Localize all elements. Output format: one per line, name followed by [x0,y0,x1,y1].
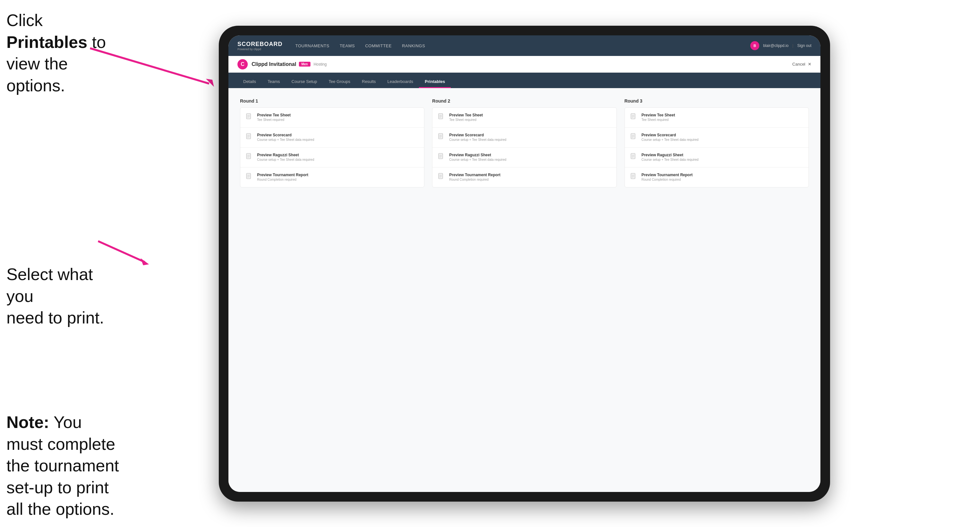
r1-item1-subtitle: Tee Sheet required [257,118,291,122]
sub-header: C Clippd Invitational Men Hosting Cancel… [228,56,821,73]
r3-item4-subtitle: Round Completion required [641,178,693,181]
doc-icon [631,173,638,182]
cancel-button[interactable]: Cancel ✕ [792,62,811,67]
r3-item1-subtitle: Tee Sheet required [641,118,675,122]
tournament-logo: C [237,59,248,70]
round-3-tee-sheet[interactable]: Preview Tee Sheet Tee Sheet required [631,113,803,122]
svg-line-0 [90,48,209,84]
divider [433,147,616,148]
round-2-scorecard[interactable]: Preview Scorecard Course setup + Tee She… [438,133,610,142]
brand-sub: Powered by clippd [237,48,283,51]
tournament-badge: Men [299,62,310,67]
round-2-tournament-report[interactable]: Preview Tournament Report Round Completi… [438,173,610,182]
round-3-column: Round 3 [625,98,809,187]
top-nav-right: B blair@clippd.io | Sign out [750,41,811,50]
instruction-bold: Printables [6,33,87,51]
round-3-raguzzi[interactable]: Preview Raguzzi Sheet Course setup + Tee… [631,153,803,162]
round-1-tournament-report[interactable]: Preview Tournament Report Round Completi… [246,173,418,182]
tab-course-setup[interactable]: Course Setup [286,76,323,88]
nav-teams[interactable]: TEAMS [340,43,355,48]
doc-icon [246,133,254,142]
round-1-column: Round 1 [240,98,424,187]
r3-item3-title: Preview Raguzzi Sheet [641,153,698,157]
doc-icon [438,153,446,162]
round-2-title: Round 2 [432,98,616,103]
r1-item4-subtitle: Round Completion required [257,178,308,181]
top-nav-links: TOURNAMENTS TEAMS COMMITTEE RANKINGS [295,43,750,48]
doc-icon [246,173,254,182]
instruction-middle: Select what youneed to print. [6,264,116,329]
doc-icon [246,113,254,122]
divider [625,127,808,128]
tab-teams[interactable]: Teams [262,76,286,88]
r1-item4-title: Preview Tournament Report [257,173,308,177]
sign-out-link[interactable]: Sign out [797,43,811,48]
brand: SCOREBOARD Powered by clippd [237,41,283,51]
brand-title: SCOREBOARD [237,41,283,48]
tablet-device: SCOREBOARD Powered by clippd TOURNAMENTS… [219,26,830,502]
doc-icon [631,133,638,142]
doc-icon [631,113,638,122]
round-1-scorecard[interactable]: Preview Scorecard Course setup + Tee She… [246,133,418,142]
r2-item2-title: Preview Scorecard [449,133,506,137]
tablet-screen: SCOREBOARD Powered by clippd TOURNAMENTS… [228,35,821,492]
r3-item1-title: Preview Tee Sheet [641,113,675,117]
tab-leaderboards[interactable]: Leaderboards [382,76,419,88]
divider [240,167,424,168]
top-nav: SCOREBOARD Powered by clippd TOURNAMENTS… [228,35,821,56]
tournament-name: Clippd Invitational [251,62,296,67]
divider [240,127,424,128]
divider [240,147,424,148]
nav-rankings[interactable]: RANKINGS [402,43,425,48]
round-1-tee-sheet[interactable]: Preview Tee Sheet Tee Sheet required [246,113,418,122]
doc-icon [438,173,446,182]
r3-item3-subtitle: Course setup + Tee Sheet data required [641,158,698,162]
arrow-printables [87,45,222,90]
r2-item1-title: Preview Tee Sheet [449,113,483,117]
nav-committee[interactable]: COMMITTEE [365,43,392,48]
round-3-scorecard[interactable]: Preview Scorecard Course setup + Tee She… [631,133,803,142]
doc-icon [246,153,254,162]
r2-item4-subtitle: Round Completion required [449,178,500,181]
separator: | [792,43,793,48]
divider [625,167,808,168]
instruction-middle-text: Select what youneed to print. [6,265,104,327]
doc-icon [438,133,446,142]
r2-item4-title: Preview Tournament Report [449,173,500,177]
doc-icon [631,153,638,162]
round-3-tournament-report[interactable]: Preview Tournament Report Round Completi… [631,173,803,182]
tab-results[interactable]: Results [356,76,382,88]
tab-details[interactable]: Details [237,76,262,88]
round-2-tee-sheet[interactable]: Preview Tee Sheet Tee Sheet required [438,113,610,122]
r1-item3-title: Preview Raguzzi Sheet [257,153,314,157]
rounds-grid: Round 1 [240,98,809,187]
round-1-raguzzi[interactable]: Preview Raguzzi Sheet Course setup + Tee… [246,153,418,162]
divider [433,127,616,128]
cancel-icon: ✕ [808,62,811,67]
r2-item3-subtitle: Course setup + Tee Sheet data required [449,158,506,162]
tournament-status: Hosting [314,62,327,67]
divider [625,147,808,148]
r3-item4-title: Preview Tournament Report [641,173,693,177]
instruction-bottom-text: Note: You must complete the tournament s… [6,413,119,518]
svg-line-2 [98,241,145,262]
tab-printables[interactable]: Printables [419,76,451,88]
user-avatar: B [750,41,759,50]
r1-item1-title: Preview Tee Sheet [257,113,291,117]
instruction-bottom: Note: You must complete the tournament s… [6,411,122,520]
r2-item2-subtitle: Course setup + Tee Sheet data required [449,138,506,141]
round-2-column: Round 2 [432,98,616,187]
tab-bar: Details Teams Course Setup Tee Groups Re… [228,73,821,88]
round-1-title: Round 1 [240,98,424,103]
user-email: blair@clippd.io [763,43,789,48]
r2-item1-subtitle: Tee Sheet required [449,118,483,122]
nav-tournaments[interactable]: TOURNAMENTS [295,43,329,48]
tab-tee-groups[interactable]: Tee Groups [323,76,356,88]
r3-item2-title: Preview Scorecard [641,133,698,137]
round-2-card: Preview Tee Sheet Tee Sheet required [432,107,616,187]
r3-item2-subtitle: Course setup + Tee Sheet data required [641,138,698,141]
round-1-card: Preview Tee Sheet Tee Sheet required [240,107,424,187]
r1-item2-title: Preview Scorecard [257,133,314,137]
doc-icon [438,113,446,122]
round-2-raguzzi[interactable]: Preview Raguzzi Sheet Course setup + Tee… [438,153,610,162]
